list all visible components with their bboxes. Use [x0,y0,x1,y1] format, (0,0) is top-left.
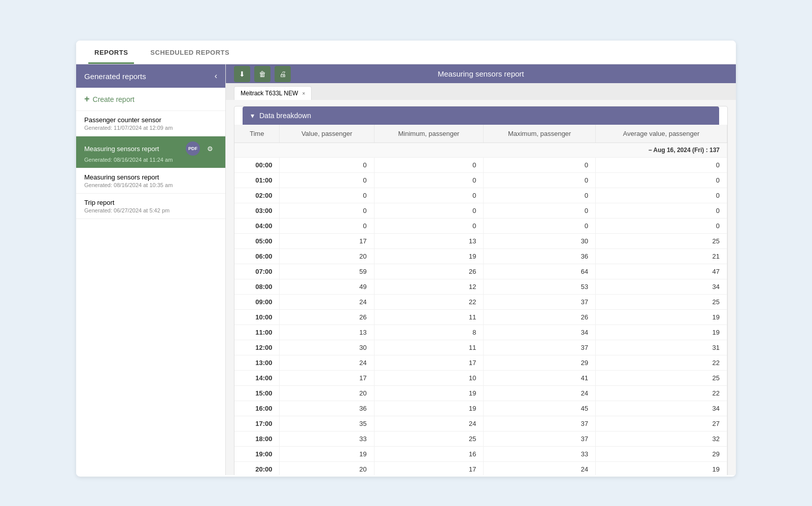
data-breakdown-header: ▾ Data breakdown [243,106,719,125]
table-header-row: Time Value, passenger Minimum, passenger… [234,125,727,143]
report-date-2: Generated: 08/16/2024 at 11:24 am [84,157,217,163]
cell-max: 41 [484,371,596,386]
table-row: 18:0033253732 [234,431,727,447]
cell-time: 10:00 [234,310,280,325]
cell-min: 11 [374,310,484,325]
cell-value: 20 [280,462,374,476]
cell-min: 19 [374,401,484,416]
report-item-3[interactable]: Measuring sensors report Generated: 08/1… [76,168,225,194]
cell-max: 24 [484,386,596,401]
cell-min: 16 [374,447,484,462]
tab-reports[interactable]: REPORTS [88,41,134,64]
gear-badge[interactable]: ⚙ [203,141,217,156]
cell-value: 17 [280,371,374,386]
cell-time: 07:00 [234,264,280,279]
report-item-1[interactable]: Passenger counter sensor Generated: 11/0… [76,111,225,136]
cell-time: 13:00 [234,355,280,371]
cell-time: 09:00 [234,295,280,310]
pdf-badge: PDF [186,141,200,156]
download-icon: ⬇ [239,70,245,78]
cell-time: 15:00 [234,386,280,401]
cell-time: 03:00 [234,203,280,219]
cell-value: 0 [280,203,374,219]
cell-min: 25 [374,431,484,447]
report-date-3: Generated: 08/16/2024 at 10:35 am [84,182,217,188]
download-button[interactable]: ⬇ [234,66,250,82]
cell-avg: 31 [595,340,727,355]
collapse-breakdown-icon[interactable]: ▾ [251,112,254,120]
report-item-4[interactable]: Trip report Generated: 06/27/2024 at 5:4… [76,194,225,219]
sidebar-collapse-icon[interactable]: ‹ [215,71,217,81]
cell-time: 06:00 [234,249,280,264]
report-item-2[interactable]: Measuring sensors report PDF ⚙ Generated… [76,136,225,168]
cell-avg: 19 [595,462,727,476]
cell-value: 19 [280,447,374,462]
cell-time: 11:00 [234,325,280,340]
table-row: 04:000000 [234,219,727,234]
cell-max: 30 [484,234,596,249]
col-min: Minimum, passenger [374,125,484,143]
cell-value: 24 [280,295,374,310]
cell-min: 0 [374,158,484,173]
cell-min: 0 [374,173,484,188]
create-report-button[interactable]: + Create report [76,88,225,111]
cell-value: 49 [280,279,374,295]
cell-value: 33 [280,431,374,447]
cell-value: 24 [280,355,374,371]
data-table: Time Value, passenger Minimum, passenger… [234,125,727,475]
cell-time: 12:00 [234,340,280,355]
table-row: 09:0024223725 [234,295,727,310]
table-row: 06:0020193621 [234,249,727,264]
cell-avg: 21 [595,249,727,264]
delete-icon: 🗑 [259,70,266,78]
cell-min: 19 [374,249,484,264]
cell-value: 20 [280,249,374,264]
cell-max: 37 [484,431,596,447]
cell-max: 64 [484,264,596,279]
cell-time: 16:00 [234,401,280,416]
group-header-row: − Aug 16, 2024 (Fri) : 137 [234,143,727,158]
table-row: 02:000000 [234,188,727,203]
table-row: 15:0020192422 [234,386,727,401]
report-title-3: Measuring sensors report [84,173,159,181]
print-button[interactable]: 🖨 [275,66,291,82]
device-tab-1[interactable]: Meitrack T633L NEW × [234,86,312,100]
cell-time: 05:00 [234,234,280,249]
delete-button[interactable]: 🗑 [254,66,270,82]
cell-max: 0 [484,188,596,203]
cell-avg: 47 [595,264,727,279]
cell-avg: 34 [595,279,727,295]
tab-scheduled-reports[interactable]: SCHEDULED REPORTS [144,41,235,64]
cell-avg: 0 [595,173,727,188]
report-header-bar: ⬇ 🗑 🖨 Measuring sensors report [226,64,736,83]
table-row: 20:0020172419 [234,462,727,476]
cell-value: 17 [280,234,374,249]
cell-avg: 34 [595,401,727,416]
sidebar-title: Generated reports [84,72,146,81]
table-row: 10:0026112619 [234,310,727,325]
cell-max: 37 [484,295,596,310]
cell-time: 20:00 [234,462,280,476]
cell-min: 22 [374,295,484,310]
cell-min: 17 [374,355,484,371]
data-breakdown-section: ▾ Data breakdown Time Value, passenger M… [234,106,728,475]
cell-max: 0 [484,219,596,234]
cell-min: 12 [374,279,484,295]
report-date-4: Generated: 06/27/2024 at 5:42 pm [84,207,217,213]
create-report-label: Create report [93,95,134,103]
cell-avg: 22 [595,386,727,401]
cell-value: 0 [280,173,374,188]
report-badges-2: PDF ⚙ [186,141,217,156]
cell-min: 11 [374,340,484,355]
cell-min: 0 [374,219,484,234]
data-breakdown-title: Data breakdown [259,112,311,120]
report-main-title: Measuring sensors report [437,69,524,78]
cell-value: 59 [280,264,374,279]
main-content: ⬇ 🗑 🖨 Measuring sensors report Meitrack … [226,64,736,475]
device-tab-close-icon[interactable]: × [302,91,305,96]
cell-value: 26 [280,310,374,325]
tabs-bar: REPORTS SCHEDULED REPORTS [76,41,736,64]
sidebar-header: Generated reports ‹ [76,64,225,88]
device-tab-label: Meitrack T633L NEW [241,90,298,97]
cell-time: 00:00 [234,158,280,173]
